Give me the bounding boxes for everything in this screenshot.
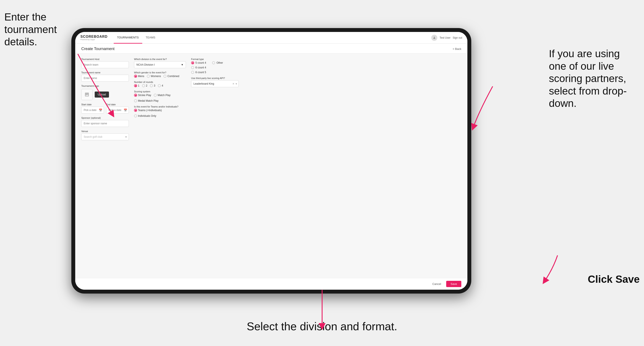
rounds-3-radio[interactable] (150, 84, 153, 87)
api-select[interactable]: Leaderboard King (191, 80, 239, 87)
annotation-live-text: If you are using one of our live scoring… (549, 48, 627, 109)
scoring-group: Scoring system Stroke Play Match Play (134, 90, 186, 102)
api-value: Leaderboard King (194, 82, 214, 85)
tournament-name-group: Tournament name (81, 71, 129, 82)
division-select[interactable]: NCAA Division I ▼ (134, 61, 186, 68)
tablet-frame: SCOREBOARD Powered by Clippit TOURNAMENT… (71, 28, 471, 294)
rounds-3-label: 3 (154, 84, 155, 87)
user-name: Test User (440, 36, 450, 39)
event-type-teams-label: Teams (+Individuals) (138, 109, 162, 112)
rounds-4[interactable]: 4 (158, 84, 163, 87)
format-5count4[interactable]: 5 count 4 (191, 61, 206, 64)
tournament-logo-label: Tournament logo (81, 85, 129, 87)
logo-placeholder (81, 89, 92, 100)
annotation-click-save: Click Save (588, 273, 640, 286)
back-link[interactable]: < Back (453, 47, 461, 50)
format-other[interactable]: Other (212, 61, 223, 64)
end-date-label: End date (106, 103, 129, 106)
format-5count4-label: 5 count 4 (196, 61, 206, 64)
event-type-group: Is this event for Teams and/or Individua… (134, 105, 186, 117)
annotation-enter-text: Enter the tournament details. (4, 11, 57, 47)
api-select-wrapper: Leaderboard King ✕ ▼ (191, 80, 239, 87)
gender-radio-group: Mens Womens Combined (134, 75, 186, 78)
cancel-button[interactable]: Cancel (429, 281, 444, 287)
gender-womens-label: Womens (151, 75, 161, 78)
tournament-name-input[interactable] (81, 75, 129, 82)
start-date-field: Start date 📅 (81, 103, 104, 114)
sponsor-group: Sponsor (optional) (81, 117, 129, 127)
event-type-individuals-label: Individuals Only (138, 114, 156, 117)
venue-select-wrapper: Search golf club ▼ (81, 133, 129, 140)
api-clear-icon[interactable]: ✕ (232, 82, 234, 85)
date-row: Start date 📅 End date 📅 (81, 103, 129, 114)
sponsor-input[interactable] (81, 120, 129, 127)
gender-womens-radio[interactable] (147, 75, 150, 78)
division-arrow-icon: ▼ (181, 63, 184, 66)
division-value: NCAA Division I (136, 63, 155, 66)
gender-mens-radio[interactable] (134, 75, 137, 78)
event-type-individuals[interactable]: Individuals Only (134, 114, 156, 117)
format-other-radio[interactable] (212, 61, 215, 64)
format-6count4[interactable]: 6 count 4 (191, 66, 206, 69)
rounds-2[interactable]: 2 (142, 84, 148, 87)
nav-link-tournaments[interactable]: TOURNAMENTS (114, 32, 142, 44)
tournament-host-input[interactable] (81, 61, 129, 68)
nav-logo-title: SCOREBOARD (80, 35, 108, 39)
annotation-enter-tournament: Enter the tournament details. (4, 11, 78, 48)
gender-mens[interactable]: Mens (134, 75, 144, 78)
scoring-stroke-radio[interactable] (134, 94, 137, 97)
gender-combined-radio[interactable] (164, 75, 166, 78)
gender-combined[interactable]: Combined (164, 75, 179, 78)
venue-group: Venue Search golf club ▼ (81, 130, 129, 140)
sign-out-link[interactable]: Sign out (453, 36, 462, 39)
rounds-radio-group: 1 2 3 4 (134, 84, 186, 87)
venue-select[interactable]: Search golf club (81, 133, 129, 140)
gender-womens[interactable]: Womens (147, 75, 161, 78)
scoring-medal[interactable]: Medal Match Play (134, 99, 158, 102)
start-date-label: Start date (81, 103, 104, 106)
nav-logo-sub: Powered by Clippit (80, 39, 108, 41)
scoring-stroke[interactable]: Stroke Play (134, 94, 151, 97)
form-footer: Cancel Save (75, 278, 468, 290)
division-label: Which division is the event for? (134, 58, 186, 60)
rounds-1-radio[interactable] (134, 84, 137, 87)
format-type-options: 5 count 4 6 count 4 6 count 5 (191, 61, 239, 74)
rounds-4-radio[interactable] (158, 84, 161, 87)
tournament-logo-group: Tournament logo Upload (81, 85, 129, 100)
annotation-save-bold: Save (616, 273, 640, 285)
rounds-1-label: 1 (138, 84, 140, 87)
event-type-teams-radio[interactable] (134, 109, 137, 112)
format-6count4-radio[interactable] (191, 66, 194, 69)
gender-group: Which gender is the event for? Mens Wome… (134, 71, 186, 78)
event-type-teams[interactable]: Teams (+Individuals) (134, 109, 162, 112)
format-6count5-label: 6 count 5 (196, 71, 206, 74)
event-type-individuals-radio[interactable] (134, 114, 137, 117)
format-5count4-radio[interactable] (191, 61, 194, 64)
nav-logo: SCOREBOARD Powered by Clippit (80, 35, 108, 41)
scoring-match[interactable]: Match Play (154, 94, 170, 97)
nav-link-teams[interactable]: TEAMS (142, 32, 159, 44)
scoring-medal-radio[interactable] (134, 99, 137, 102)
rounds-3[interactable]: 3 (150, 84, 155, 87)
annotation-click-save-text: Click (588, 273, 616, 285)
scoring-stroke-label: Stroke Play (138, 94, 151, 97)
save-button[interactable]: Save (446, 281, 461, 287)
rounds-2-radio[interactable] (142, 84, 145, 87)
api-expand-icon[interactable]: ▼ (235, 83, 237, 85)
gender-combined-label: Combined (167, 75, 179, 78)
format-6count5[interactable]: 6 count 5 (191, 71, 206, 74)
format-6count5-radio[interactable] (191, 71, 194, 74)
rounds-1[interactable]: 1 (134, 84, 140, 87)
scoring-match-radio[interactable] (154, 94, 157, 97)
calendar-icon-end: 📅 (124, 109, 127, 112)
scoring-label: Scoring system (134, 90, 186, 93)
upload-button[interactable]: Upload (95, 92, 109, 98)
tablet-screen: SCOREBOARD Powered by Clippit TOURNAMENT… (75, 32, 468, 290)
format-other-label: Other (216, 61, 223, 64)
page-header: Create Tournament < Back (75, 44, 468, 53)
gender-label: Which gender is the event for? (134, 71, 186, 74)
division-select-wrapper: NCAA Division I ▼ (134, 61, 186, 68)
annotation-live-scoring: If you are using one of our live scoring… (549, 47, 640, 110)
api-group: Use third-party live scoring API? Leader… (191, 77, 239, 87)
format-6count4-label: 6 count 4 (196, 66, 206, 69)
